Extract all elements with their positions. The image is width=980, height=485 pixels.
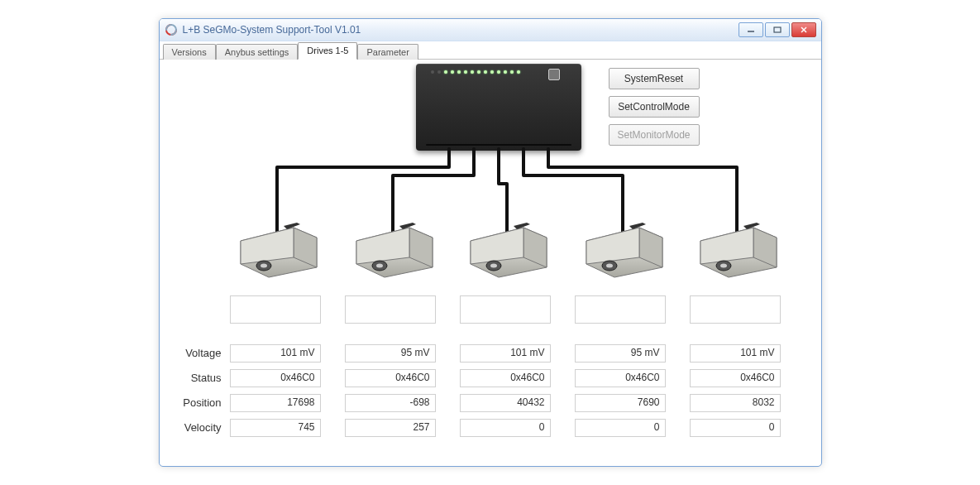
tab-parameter[interactable]: Parameter bbox=[357, 44, 418, 60]
blank-cell bbox=[460, 295, 551, 324]
blank-cell bbox=[345, 295, 436, 324]
position-cell: -698 bbox=[345, 394, 436, 412]
voltage-cell: 95 mV bbox=[345, 344, 436, 363]
velocity-cell: 257 bbox=[345, 419, 436, 437]
system-reset-button[interactable]: SystemReset bbox=[609, 68, 700, 89]
close-button[interactable] bbox=[791, 22, 816, 37]
drive-1 bbox=[234, 221, 321, 279]
blank-cell bbox=[690, 295, 781, 324]
tab-drives-1-5[interactable]: Drives 1-5 bbox=[298, 42, 357, 60]
window-buttons bbox=[739, 22, 816, 37]
status-cell: 0x46C0 bbox=[345, 369, 436, 387]
label-velocity: Velocity bbox=[164, 421, 222, 434]
drive-5 bbox=[694, 221, 781, 279]
window-title: L+B SeGMo-System Support-Tool V1.01 bbox=[183, 24, 739, 36]
status-cell: 0x46C0 bbox=[230, 369, 321, 387]
tab-versions[interactable]: Versions bbox=[163, 44, 216, 60]
hub-port-icon bbox=[548, 69, 560, 80]
blank-cell bbox=[230, 295, 321, 324]
position-cell: 8032 bbox=[690, 394, 781, 412]
maximize-button[interactable] bbox=[765, 22, 790, 37]
position-cell: 40432 bbox=[460, 394, 551, 412]
status-cell: 0x46C0 bbox=[460, 369, 551, 387]
velocity-cell: 0 bbox=[460, 419, 551, 437]
status-cell: 0x46C0 bbox=[575, 369, 666, 387]
titlebar: L+B SeGMo-System Support-Tool V1.01 bbox=[160, 19, 821, 41]
label-status: Status bbox=[164, 372, 222, 384]
drive-2 bbox=[350, 221, 437, 279]
app-icon bbox=[165, 23, 178, 36]
voltage-cell: 95 mV bbox=[575, 344, 666, 363]
velocity-cell: 0 bbox=[690, 419, 781, 437]
drive-4 bbox=[580, 221, 667, 279]
status-cell: 0x46C0 bbox=[690, 369, 781, 387]
set-control-mode-button[interactable]: SetControlMode bbox=[609, 96, 700, 118]
blank-cell bbox=[575, 295, 666, 324]
velocity-cell: 0 bbox=[575, 419, 666, 437]
content-area: SystemReset SetControlMode SetMonitorMod… bbox=[160, 60, 821, 466]
tabbar: Versions Anybus settings Drives 1-5 Para… bbox=[160, 41, 821, 60]
app-window: L+B SeGMo-System Support-Tool V1.01 Vers… bbox=[159, 18, 822, 467]
svg-rect-1 bbox=[774, 27, 781, 32]
hub-device bbox=[416, 64, 581, 151]
voltage-cell: 101 mV bbox=[460, 344, 551, 363]
position-cell: 7690 bbox=[575, 394, 666, 412]
voltage-cell: 101 mV bbox=[230, 344, 321, 363]
tab-anybus-settings[interactable]: Anybus settings bbox=[216, 44, 299, 60]
label-position: Position bbox=[164, 396, 222, 409]
set-monitor-mode-button[interactable]: SetMonitorMode bbox=[609, 124, 700, 146]
minimize-button[interactable] bbox=[739, 22, 763, 37]
velocity-cell: 745 bbox=[230, 419, 321, 437]
position-cell: 17698 bbox=[230, 394, 321, 412]
label-voltage: Voltage bbox=[164, 347, 222, 359]
drive-3 bbox=[464, 221, 551, 279]
voltage-cell: 101 mV bbox=[690, 344, 781, 363]
